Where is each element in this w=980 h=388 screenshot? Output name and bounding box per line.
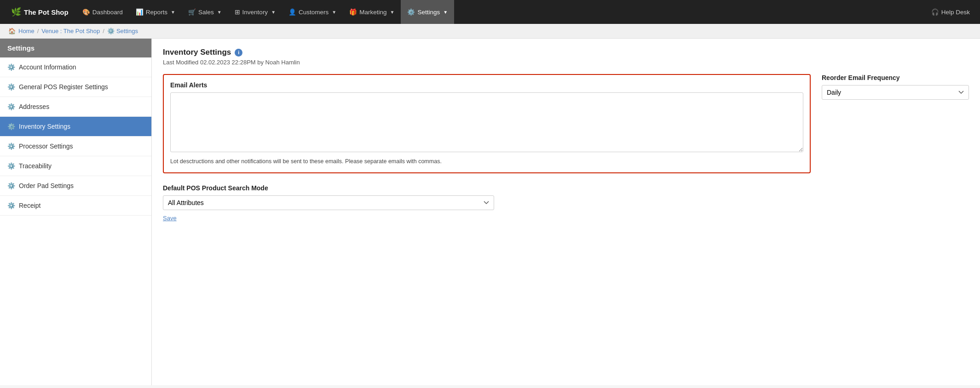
pos-label: Default POS Product Search Mode xyxy=(163,184,494,192)
sidebar-item-processor-settings[interactable]: ⚙️ Processor Settings xyxy=(0,137,151,156)
customers-caret: ▼ xyxy=(332,10,336,15)
breadcrumb-settings-icon: ⚙️ xyxy=(107,28,115,34)
addresses-gear-icon: ⚙️ xyxy=(7,103,15,110)
logo-icon: 🌿 xyxy=(11,7,21,17)
pos-search-select[interactable]: All Attributes Name Only SKU Only Barcod… xyxy=(163,195,494,210)
marketing-caret: ▼ xyxy=(390,10,394,15)
main-content: Inventory Settings i Last Modified 02.02… xyxy=(152,39,980,385)
nav-helpdesk[interactable]: 🎧 Help Desk xyxy=(925,0,976,24)
save-link[interactable]: Save xyxy=(163,215,177,222)
pos-section-inner: Default POS Product Search Mode All Attr… xyxy=(163,184,494,222)
sidebar-item-receipt[interactable]: ⚙️ Receipt xyxy=(0,196,151,216)
nav-dashboard[interactable]: 🎨 Dashboard xyxy=(76,0,129,24)
reorder-frequency-select[interactable]: Daily Weekly Monthly xyxy=(822,85,969,100)
processor-gear-icon: ⚙️ xyxy=(7,143,15,150)
breadcrumb-current: ⚙️ Settings xyxy=(107,28,138,34)
inventory-caret: ▼ xyxy=(271,10,276,15)
last-modified: Last Modified 02.02.2023 22:28PM by Noah… xyxy=(163,59,969,66)
nav-inventory[interactable]: ⊞ Inventory ▼ xyxy=(228,0,282,24)
email-alerts-label: Email Alerts xyxy=(170,81,803,89)
breadcrumb-venue[interactable]: Venue : The Pot Shop xyxy=(41,28,100,34)
reorder-label: Reorder Email Frequency xyxy=(822,74,969,81)
nav-marketing[interactable]: 🎁 Marketing ▼ xyxy=(343,0,401,24)
pos-section: Default POS Product Search Mode All Attr… xyxy=(163,184,969,222)
sidebar-header: Settings xyxy=(0,39,151,57)
reports-icon: 📊 xyxy=(136,8,144,16)
reports-caret: ▼ xyxy=(171,10,175,15)
nav-settings[interactable]: ⚙️ Settings ▼ xyxy=(401,0,454,24)
sidebar-item-inventory-settings[interactable]: ⚙️ Inventory Settings xyxy=(0,117,151,137)
inventory-settings-gear-icon: ⚙️ xyxy=(7,123,15,130)
content-grid: Email Alerts Lot desctructions and other… xyxy=(163,74,969,173)
sidebar-item-order-pad-settings[interactable]: ⚙️ Order Pad Settings xyxy=(0,176,151,196)
dashboard-icon: 🎨 xyxy=(82,8,90,16)
email-alerts-textarea[interactable] xyxy=(170,92,803,152)
marketing-icon: 🎁 xyxy=(349,8,357,16)
breadcrumb-sep2: / xyxy=(103,28,104,34)
account-gear-icon: ⚙️ xyxy=(7,63,15,71)
nav-sales[interactable]: 🛒 Sales ▼ xyxy=(182,0,228,24)
sidebar: Settings ⚙️ Account Information ⚙️ Gener… xyxy=(0,39,152,385)
sidebar-item-general-pos[interactable]: ⚙️ General POS Register Settings xyxy=(0,77,151,97)
top-nav: 🌿 The Pot Shop 🎨 Dashboard 📊 Reports ▼ 🛒… xyxy=(0,0,980,24)
settings-caret: ▼ xyxy=(443,10,448,15)
receipt-gear-icon: ⚙️ xyxy=(7,202,15,209)
email-alerts-box: Email Alerts Lot desctructions and other… xyxy=(163,74,811,173)
customers-icon: 👤 xyxy=(288,8,296,16)
nav-customers[interactable]: 👤 Customers ▼ xyxy=(282,0,343,24)
traceability-gear-icon: ⚙️ xyxy=(7,162,15,170)
reorder-section: Reorder Email Frequency Daily Weekly Mon… xyxy=(822,74,969,173)
general-pos-gear-icon: ⚙️ xyxy=(7,83,15,91)
sidebar-item-traceability[interactable]: ⚙️ Traceability xyxy=(0,156,151,176)
email-alerts-hint: Lot desctructions and other notification… xyxy=(170,157,803,166)
page-body: Settings ⚙️ Account Information ⚙️ Gener… xyxy=(0,39,980,385)
breadcrumb-sep1: / xyxy=(37,28,39,34)
sidebar-item-addresses[interactable]: ⚙️ Addresses xyxy=(0,97,151,117)
helpdesk-icon: 🎧 xyxy=(931,8,939,16)
breadcrumb: 🏠 Home / Venue : The Pot Shop / ⚙️ Setti… xyxy=(0,24,980,39)
sales-caret: ▼ xyxy=(217,10,222,15)
sales-icon: 🛒 xyxy=(188,8,196,16)
breadcrumb-home[interactable]: Home xyxy=(18,28,35,34)
inventory-icon: ⊞ xyxy=(235,8,240,16)
nav-reports[interactable]: 📊 Reports ▼ xyxy=(129,0,182,24)
info-icon[interactable]: i xyxy=(235,49,242,57)
sidebar-item-account-information[interactable]: ⚙️ Account Information xyxy=(0,57,151,77)
section-title: Inventory Settings i xyxy=(163,48,969,57)
settings-icon: ⚙️ xyxy=(407,8,415,16)
breadcrumb-home-icon: 🏠 xyxy=(8,28,16,34)
app-logo[interactable]: 🌿 The Pot Shop xyxy=(4,7,76,17)
logo-label: The Pot Shop xyxy=(24,8,69,16)
order-pad-gear-icon: ⚙️ xyxy=(7,182,15,189)
